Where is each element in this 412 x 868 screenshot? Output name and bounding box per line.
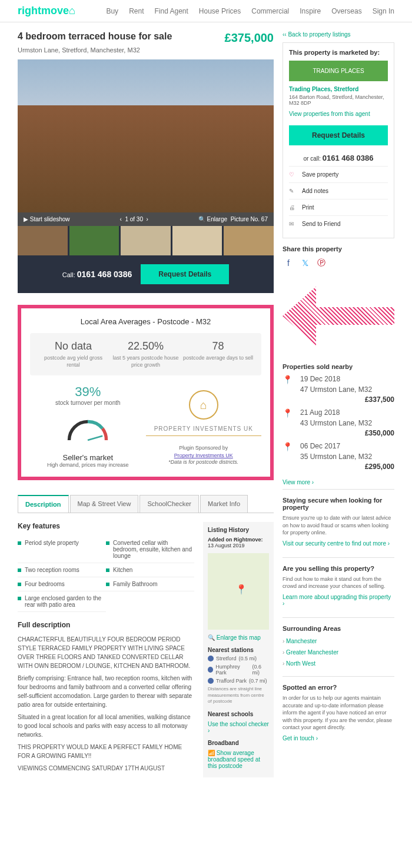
contact-bar: Call: 0161 468 0386 Request Details	[18, 255, 274, 293]
agent-phone[interactable]: 0161 468 0386	[323, 154, 374, 162]
transport-icon	[208, 656, 214, 661]
sponsor-logo-icon: ⌂	[189, 390, 218, 420]
market-status: Seller's market	[30, 453, 146, 462]
nav-house-prices[interactable]: House Prices	[199, 7, 241, 15]
tab-map[interactable]: Map & Street View	[70, 495, 139, 513]
widget-title: Local Area Averages - Postcode - M32	[30, 317, 261, 326]
nav-buy[interactable]: Buy	[106, 7, 118, 15]
thumbnail[interactable]	[172, 226, 222, 255]
twitter-icon[interactable]: 𝕏	[299, 257, 311, 269]
feature-item: Family Bathroom	[106, 577, 194, 591]
nav-rent[interactable]: Rent	[129, 7, 144, 15]
pin-icon: 📍	[283, 408, 293, 418]
heart-icon: ♡	[289, 171, 297, 178]
enlarge-photo[interactable]: 🔍 Enlarge	[198, 216, 227, 222]
transport-icon	[208, 678, 214, 684]
mini-map[interactable]: 📍	[208, 553, 269, 630]
agent-logo[interactable]: TRADING PLACES	[289, 61, 388, 81]
station-item: Humphrey Park (0.6 mi)	[208, 664, 269, 676]
pin-icon: 📍	[283, 375, 293, 384]
transport-icon	[208, 667, 213, 673]
logo[interactable]: rightmove⌂	[18, 5, 75, 17]
request-details-sidebar[interactable]: Request Details	[289, 125, 388, 145]
get-in-touch-link[interactable]: Get in touch ›	[283, 735, 394, 741]
save-property[interactable]: ♡Save property	[289, 166, 388, 182]
area-link[interactable]: North West	[283, 658, 394, 669]
pencil-icon: ✎	[289, 188, 297, 194]
sold-nearby-heading: Properties sold nearby	[283, 363, 394, 370]
feature-item: Large enclosed garden to the rear with p…	[18, 591, 106, 612]
main-nav: Buy Rent Find Agent House Prices Commerc…	[106, 7, 394, 15]
sponsor-link[interactable]: Property Investments UK	[174, 453, 233, 458]
main-photo[interactable]	[18, 59, 274, 212]
nav-overseas[interactable]: Overseas	[331, 7, 361, 15]
print[interactable]: 🖨Print	[289, 199, 388, 215]
thumbnail[interactable]	[121, 226, 171, 255]
picture-number: Picture No. 67	[231, 216, 268, 222]
tab-description[interactable]: Description	[18, 495, 69, 513]
tab-market[interactable]: Market Info	[200, 495, 248, 513]
send-to-friend[interactable]: ✉Send to Friend	[289, 215, 388, 232]
property-address: Urmston Lane, Stretford, Manchester, M32	[18, 46, 274, 54]
broadband-link[interactable]: 📶 Show average broadband speed at this p…	[208, 750, 269, 769]
nav-commercial[interactable]: Commercial	[251, 7, 289, 15]
stat-yield: No data	[37, 340, 109, 352]
area-link[interactable]: Manchester	[283, 636, 394, 647]
tabs: Description Map & Street View SchoolChec…	[18, 495, 274, 513]
phone-number[interactable]: 0161 468 0386	[77, 270, 132, 279]
print-icon: 🖨	[289, 204, 297, 211]
pin-icon: 📍	[283, 442, 293, 451]
map-pin-icon: 📍	[235, 584, 247, 595]
photo-counter: ‹ 1 of 30 ›	[120, 216, 148, 222]
station-item: Stretford (0.5 mi)	[208, 656, 269, 661]
thumbnail[interactable]	[224, 226, 274, 255]
area-link[interactable]: Greater Manchester	[283, 647, 394, 658]
security-link[interactable]: Visit our security centre to find out mo…	[283, 540, 394, 547]
feature-item: Kitchen	[106, 563, 194, 577]
photo-toolbar: ▶ Start slideshow ‹ 1 of 30 › 🔍 Enlarge …	[18, 212, 274, 226]
gauge-icon	[61, 412, 114, 447]
thumbnail[interactable]	[69, 226, 119, 255]
nav-inspire[interactable]: Inspire	[300, 7, 321, 15]
enlarge-map-link[interactable]: 🔍 Enlarge this map	[208, 634, 269, 641]
nav-signin[interactable]: Sign In	[373, 7, 394, 15]
photo-thumbnails	[18, 226, 274, 255]
stat-days: 78	[182, 340, 254, 352]
station-item: Trafford Park (0.7 mi)	[208, 678, 269, 684]
features-heading: Key features	[18, 522, 194, 530]
pinterest-icon[interactable]: Ⓟ	[315, 257, 327, 269]
thumbnail[interactable]	[18, 226, 68, 255]
upgrade-link[interactable]: Learn more about upgrading this property…	[283, 594, 394, 607]
description-text: CHARACTERFUL BEAUTIFULLY FOUR BEDROOM PE…	[18, 635, 194, 670]
stat-growth: 22.50%	[109, 340, 182, 352]
facebook-icon[interactable]: f	[283, 257, 294, 269]
header: rightmove⌂ Buy Rent Find Agent House Pri…	[0, 0, 412, 22]
area-stats-widget: Local Area Averages - Postcode - M32 No …	[18, 305, 274, 480]
school-checker-link[interactable]: Use the school checker ›	[208, 721, 269, 734]
property-price: £375,000	[225, 31, 274, 45]
listing-history: Listing History Added on Rightmove: 13 A…	[203, 522, 274, 777]
features-list: Period style property Converted cellar w…	[18, 536, 194, 612]
turnover-value: 39%	[30, 384, 146, 400]
description-heading: Full description	[18, 621, 194, 629]
view-agent-properties[interactable]: View properties from this agent	[289, 111, 388, 117]
request-details-button[interactable]: Request Details	[141, 264, 229, 284]
start-slideshow[interactable]: ▶ Start slideshow	[24, 216, 70, 222]
agent-card: This property is marketed by: TRADING PL…	[283, 42, 394, 238]
property-title: 4 bedroom terraced house for sale	[18, 31, 172, 42]
feature-item: Four bedrooms	[18, 577, 106, 591]
agent-name[interactable]: Trading Places, Stretford	[289, 86, 388, 92]
arrow-graphic	[283, 287, 394, 345]
add-notes[interactable]: ✎Add notes	[289, 182, 388, 199]
feature-item: Converted cellar with bedroom, ensuite, …	[106, 536, 194, 563]
feature-item: Period style property	[18, 536, 106, 563]
back-link[interactable]: ‹‹ Back to property listings	[283, 31, 394, 38]
nav-find-agent[interactable]: Find Agent	[154, 7, 188, 15]
svg-line-0	[88, 436, 102, 440]
feature-item: Two reception rooms	[18, 563, 106, 577]
view-more-sold[interactable]: View more ›	[283, 479, 394, 485]
envelope-icon: ✉	[289, 221, 297, 227]
tab-school[interactable]: SchoolChecker	[139, 495, 199, 513]
